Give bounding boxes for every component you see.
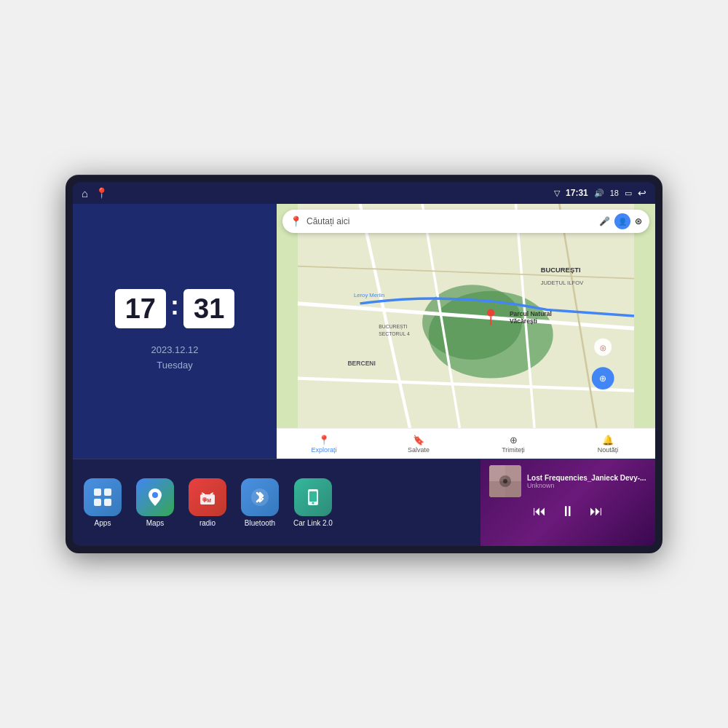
svg-text:Parcul Natural: Parcul Natural xyxy=(510,310,552,317)
radio-label: radio xyxy=(199,519,215,527)
app-icon-carlink[interactable]: Car Link 2.0 xyxy=(293,478,333,527)
svg-rect-24 xyxy=(94,488,101,496)
carlink-label: Car Link 2.0 xyxy=(293,519,333,527)
map-bottom-nav: 📍 Explorați 🔖 Salvate ⊕ Trimiteți xyxy=(277,428,655,459)
map-saved-label: Salvate xyxy=(408,446,430,454)
device: ⌂ 📍 ▽ 17:31 🔊 18 ▭ ↩ 17 : 31 xyxy=(66,175,662,553)
apps-icon xyxy=(84,478,122,516)
map-svg-container: Parcul Natural Văcărești BUCUREȘTI JUDEȚ… xyxy=(277,204,655,428)
music-prev-button[interactable]: ⏮ xyxy=(533,504,546,519)
svg-text:Văcărești: Văcărești xyxy=(510,317,537,325)
svg-point-37 xyxy=(312,502,314,505)
map-send-icon: ⊕ xyxy=(510,435,518,446)
clock-widget: 17 : 31 2023.12.12 Tuesday xyxy=(73,204,277,459)
time-display: 17:31 xyxy=(566,188,588,198)
radio-fm-icon: FM xyxy=(197,487,218,507)
map-background: Parcul Natural Văcărești BUCUREȘTI JUDEȚ… xyxy=(277,204,655,459)
svg-line-32 xyxy=(202,493,205,494)
svg-point-31 xyxy=(202,497,207,502)
map-news-label: Noutăți xyxy=(598,446,619,454)
svg-point-18 xyxy=(487,309,494,317)
date-text: 2023.12.12 xyxy=(151,343,198,358)
music-album-art xyxy=(489,465,521,497)
svg-point-42 xyxy=(503,479,507,483)
maps-icon xyxy=(136,478,174,516)
map-nav-saved[interactable]: 🔖 Salvate xyxy=(371,435,466,454)
status-bar: ⌂ 📍 ▽ 17:31 🔊 18 ▭ ↩ xyxy=(73,182,655,204)
maps-shortcut-icon[interactable]: 📍 xyxy=(95,187,108,199)
bottom-section: Apps Maps xyxy=(73,459,655,546)
home-icon[interactable]: ⌂ xyxy=(82,187,88,199)
status-left: ⌂ 📍 xyxy=(82,187,108,199)
carlink-icon xyxy=(294,478,332,516)
battery-icon: ▭ xyxy=(625,189,632,198)
map-pin-icon: 📍 xyxy=(290,215,302,227)
apps-label: Apps xyxy=(95,519,111,527)
app-icon-maps[interactable]: Maps xyxy=(136,478,174,527)
day-text: Tuesday xyxy=(151,358,198,373)
apps-grid-icon xyxy=(92,487,113,507)
svg-text:BERCENI: BERCENI xyxy=(347,360,375,367)
map-explore-icon: 📍 xyxy=(318,435,330,446)
music-section: Lost Frequencies_Janieck Devy-... Unknow… xyxy=(480,459,655,546)
svg-text:◎: ◎ xyxy=(600,344,606,352)
svg-text:JUDEȚUL ILFOV: JUDEȚUL ILFOV xyxy=(541,280,585,286)
app-icon-bluetooth[interactable]: Bluetooth xyxy=(241,478,279,527)
music-controls: ⏮ ⏸ ⏭ xyxy=(489,503,646,520)
map-svg: Parcul Natural Văcărești BUCUREȘTI JUDEȚ… xyxy=(277,204,655,428)
clock-colon: : xyxy=(170,290,179,321)
volume-icon: 🔊 xyxy=(594,189,604,198)
app-icon-apps[interactable]: Apps xyxy=(84,478,122,527)
top-section: 17 : 31 2023.12.12 Tuesday xyxy=(73,204,655,459)
svg-text:SECTORUL 4: SECTORUL 4 xyxy=(379,331,410,336)
screen: ⌂ 📍 ▽ 17:31 🔊 18 ▭ ↩ 17 : 31 xyxy=(73,182,655,546)
bluetooth-label: Bluetooth xyxy=(245,519,275,527)
map-layers-icon[interactable]: ⊛ xyxy=(635,216,642,226)
map-voice-icon[interactable]: 🎤 xyxy=(599,216,610,226)
status-right: ▽ 17:31 🔊 18 ▭ ↩ xyxy=(554,187,646,199)
music-title: Lost Frequencies_Janieck Devy-... xyxy=(527,474,646,482)
svg-rect-27 xyxy=(104,499,111,506)
clock-display: 17 : 31 xyxy=(115,289,235,328)
map-widget[interactable]: Parcul Natural Văcărești BUCUREȘTI JUDEȚ… xyxy=(277,204,655,459)
radio-icon: FM xyxy=(189,478,226,516)
music-album-art-image xyxy=(489,465,521,497)
svg-text:BUCUREȘTI: BUCUREȘTI xyxy=(541,266,581,274)
carlink-phone-icon xyxy=(303,487,323,507)
svg-rect-36 xyxy=(309,491,317,502)
album-art-svg xyxy=(489,465,521,497)
svg-text:Leroy Merlin: Leroy Merlin xyxy=(354,292,384,298)
music-next-button[interactable]: ⏭ xyxy=(590,504,603,519)
maps-pin-icon xyxy=(145,487,165,507)
map-send-label: Trimiteți xyxy=(502,446,525,454)
music-artist: Unknown xyxy=(527,482,646,489)
date-display: 2023.12.12 Tuesday xyxy=(151,343,198,373)
clock-hour: 17 xyxy=(115,289,166,328)
map-saved-icon: 🔖 xyxy=(413,435,424,446)
svg-rect-25 xyxy=(104,488,111,496)
svg-text:BUCUREȘTI: BUCUREȘTI xyxy=(379,324,408,330)
music-top: Lost Frequencies_Janieck Devy-... Unknow… xyxy=(489,465,646,497)
map-search-bar[interactable]: 📍 Căutați aici 🎤 👤 ⊛ xyxy=(282,210,649,233)
svg-point-28 xyxy=(152,492,158,498)
main-content: 17 : 31 2023.12.12 Tuesday xyxy=(73,204,655,546)
bluetooth-symbol-icon xyxy=(250,487,270,507)
svg-rect-26 xyxy=(94,499,101,506)
back-icon[interactable]: ↩ xyxy=(638,187,646,199)
battery-level: 18 xyxy=(610,189,619,197)
map-news-icon: 🔔 xyxy=(602,435,614,446)
map-nav-send[interactable]: ⊕ Trimiteți xyxy=(466,435,561,454)
clock-minute: 31 xyxy=(183,289,234,328)
signal-icon: ▽ xyxy=(554,189,560,198)
music-play-button[interactable]: ⏸ xyxy=(561,503,575,520)
svg-text:⊕: ⊕ xyxy=(599,373,606,384)
map-user-avatar[interactable]: 👤 xyxy=(614,213,630,229)
maps-label: Maps xyxy=(146,519,164,527)
map-search-text[interactable]: Căutați aici xyxy=(306,216,595,226)
map-explore-label: Explorați xyxy=(311,446,336,454)
map-nav-news[interactable]: 🔔 Noutăți xyxy=(561,435,655,454)
apps-section: Apps Maps xyxy=(73,459,480,546)
app-icon-radio[interactable]: FM radio xyxy=(189,478,226,527)
svg-line-33 xyxy=(210,493,213,494)
map-nav-explore[interactable]: 📍 Explorați xyxy=(277,435,371,454)
